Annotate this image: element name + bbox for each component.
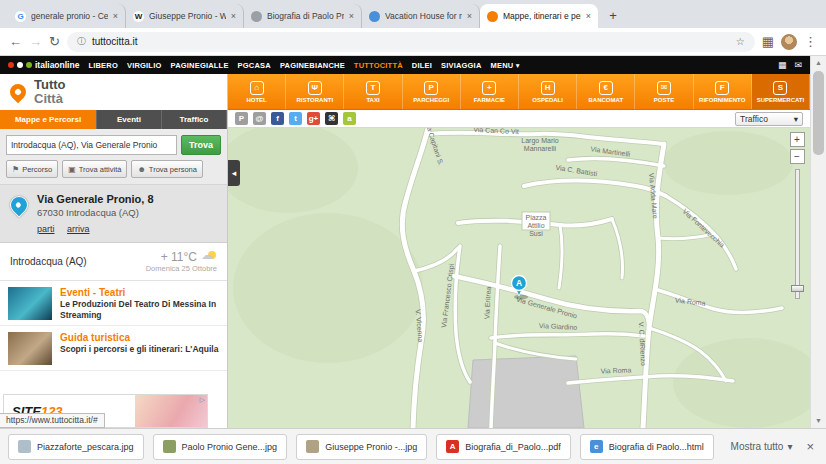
italiaonline-navbar: italiaonline LIBEROVIRGILIOPAGINEGIALLEP… <box>0 56 810 74</box>
page-scrollbar[interactable]: ▲ ▼ <box>810 56 826 428</box>
result-city: 67030 Introdacqua (AQ) <box>37 207 154 218</box>
italiaonline-logo[interactable]: italiaonline <box>8 60 79 70</box>
parti-link[interactable]: parti <box>37 224 55 234</box>
button-label: Percorso <box>22 165 52 174</box>
arriva-link[interactable]: arriva <box>67 224 90 234</box>
file-icon: A <box>446 440 459 453</box>
tab-close-icon[interactable]: × <box>467 11 472 21</box>
extensions-icon[interactable]: ▦ <box>762 34 774 49</box>
topnav-items: LIBEROVIRGILIOPAGINEGIALLEPGCASAPAGINEBI… <box>88 61 519 70</box>
url-text: tuttocitta.it <box>92 36 730 47</box>
category-ristoranti[interactable]: ΨRISTORANTI <box>286 74 344 109</box>
parcheggi-icon: P <box>424 81 438 95</box>
trova-button[interactable]: Trova <box>181 135 221 155</box>
download-item[interactable]: ABiografia_di_Paolo...pdf <box>436 434 571 460</box>
ad-photo <box>135 395 207 427</box>
browser-tab[interactable]: Mappe, itinerari e percorsi str× <box>480 4 598 28</box>
new-tab-button[interactable]: + <box>604 7 622 25</box>
download-item[interactable]: eBiografia di Paolo...html <box>580 434 714 460</box>
zoom-out-button[interactable]: − <box>790 149 805 164</box>
search-input[interactable] <box>6 135 177 155</box>
tab-close-icon[interactable]: × <box>586 11 591 21</box>
category-farmacie[interactable]: +FARMACIE <box>461 74 519 109</box>
browser-tab[interactable]: Ggenerale pronio - Cerca con G× <box>8 4 126 28</box>
topnav-item-paginebianche[interactable]: PAGINEBIANCHE <box>280 61 345 70</box>
twitter-icon[interactable]: t <box>289 112 302 125</box>
traffic-dropdown[interactable]: Traffico ▾ <box>735 112 803 126</box>
download-item[interactable]: Giuseppe Pronio -...jpg <box>296 434 427 460</box>
download-item[interactable]: Piazzaforte_pescara.jpg <box>8 434 144 460</box>
tuttocitta-logo[interactable]: Tutto Città <box>0 74 227 110</box>
topnav-item-virgilio[interactable]: VIRGILIO <box>127 61 162 70</box>
show-all-downloads-button[interactable]: Mostra tutto ▾ <box>731 441 793 452</box>
topnav-item-pgcasa[interactable]: PGCASA <box>238 61 271 70</box>
map-marker-a[interactable]: A <box>512 276 529 300</box>
sidebar-tab-traffico[interactable]: Traffico <box>162 110 227 129</box>
category-label: PARCHEGGI <box>413 97 449 103</box>
topnav-item-siviaggia[interactable]: SIVIAGGIA <box>441 61 482 70</box>
android-icon[interactable]: a <box>343 112 356 125</box>
facebook-icon[interactable]: f <box>271 112 284 125</box>
googleplus-icon[interactable]: g+ <box>307 112 320 125</box>
category-supermercati[interactable]: SSUPERMERCATI <box>752 74 810 109</box>
topnav-item-menu[interactable]: MENU ▾ <box>491 61 520 70</box>
percorso-button[interactable]: ⚑Percorso <box>6 160 58 178</box>
download-item[interactable]: Paolo Pronio Gene...jpg <box>153 434 288 460</box>
category-hotel[interactable]: ⌂HOTEL <box>228 74 286 109</box>
scrollbar-thumb[interactable] <box>813 71 824 155</box>
promo-card[interactable]: Eventi - TeatriLe Produzioni Del Teatro … <box>0 281 227 326</box>
category-ospedali[interactable]: HOSPEDALI <box>519 74 577 109</box>
mail-icon[interactable]: ✉ <box>794 60 802 70</box>
back-button[interactable]: ← <box>9 34 22 49</box>
category-parcheggi[interactable]: PPARCHEGGI <box>403 74 461 109</box>
browser-tab[interactable]: WGiuseppe Pronio - Wikipedia× <box>126 4 244 28</box>
refresh-button[interactable]: ↻ <box>49 34 60 49</box>
tab-close-icon[interactable]: × <box>349 11 354 21</box>
adchoices-icon[interactable]: ▷ <box>200 396 205 404</box>
promo-card[interactable]: Guida turisticaScopri i percorsi e gli i… <box>0 326 227 371</box>
apps-grid-icon[interactable]: ▦ <box>778 60 787 70</box>
map-canvas[interactable]: Via Capitani S.Via Can Co VitLargo Mario… <box>228 128 810 428</box>
scroll-down-arrow[interactable]: ▼ <box>811 414 826 428</box>
category-poste[interactable]: ✉POSTE <box>635 74 693 109</box>
download-filename: Biografia di Paolo...html <box>609 442 704 452</box>
scroll-up-arrow[interactable]: ▲ <box>811 56 826 70</box>
zoom-slider[interactable] <box>795 169 800 299</box>
category-taxi[interactable]: TTAXI <box>344 74 402 109</box>
browser-tab[interactable]: Biografia di Paolo Pronio× <box>244 4 362 28</box>
zoom-slider-handle[interactable] <box>791 285 804 292</box>
topnav-item-libero[interactable]: LIBERO <box>88 61 118 70</box>
topnav-item-paginegialle[interactable]: PAGINEGIALLE <box>170 61 228 70</box>
print-icon[interactable]: P <box>235 112 248 125</box>
street-label: Via Eritrea <box>483 286 492 319</box>
tab-title: generale pronio - Cerca con G <box>31 11 108 21</box>
trova-attivit--button[interactable]: ▣Trova attività <box>62 160 127 178</box>
bookmark-star-icon[interactable]: ☆ <box>736 36 745 47</box>
trova-persona-button[interactable]: ☻Trova persona <box>131 160 203 178</box>
tab-title: Vacation House for rental Villa <box>385 11 462 21</box>
topnav-item-dilei[interactable]: DILEI <box>412 61 432 70</box>
sidebar-tab-eventi[interactable]: Eventi <box>97 110 162 129</box>
sidebar-tab-mappeepercorsi[interactable]: Mappe e Percorsi <box>0 110 97 129</box>
result-address: Via Generale Pronio, 8 <box>37 193 154 205</box>
browser-menu-button[interactable]: ⋮ <box>804 34 817 49</box>
category-rifornimento[interactable]: FRIFORNIMENTO <box>694 74 752 109</box>
forward-button[interactable]: → <box>29 34 42 49</box>
email-icon[interactable]: @ <box>253 112 266 125</box>
tab-close-icon[interactable]: × <box>231 11 236 21</box>
browser-tab[interactable]: Vacation House for rental Villa× <box>362 4 480 28</box>
category-bancomat[interactable]: €BANCOMAT <box>577 74 635 109</box>
tab-close-icon[interactable]: × <box>113 11 118 21</box>
zoom-in-button[interactable]: + <box>790 132 805 147</box>
poste-icon: ✉ <box>657 81 671 95</box>
traffic-dropdown-label: Traffico <box>740 114 768 124</box>
site-info-icon[interactable]: ⓘ <box>77 35 86 48</box>
download-filename: Biografia_di_Paolo...pdf <box>465 442 561 452</box>
downloads-close-icon[interactable]: × <box>806 439 814 454</box>
profile-avatar[interactable] <box>781 34 797 50</box>
apple-icon[interactable]: ⌘ <box>325 112 338 125</box>
map-viewport[interactable]: Via Capitani S.Via Can Co VitLargo Mario… <box>228 128 810 428</box>
sidebar-collapse-handle[interactable]: ◂ <box>228 160 240 186</box>
topnav-item-tuttocitt[interactable]: TUTTOCITTÀ <box>354 61 403 70</box>
address-bar[interactable]: ⓘ tuttocitta.it ☆ <box>67 32 755 52</box>
